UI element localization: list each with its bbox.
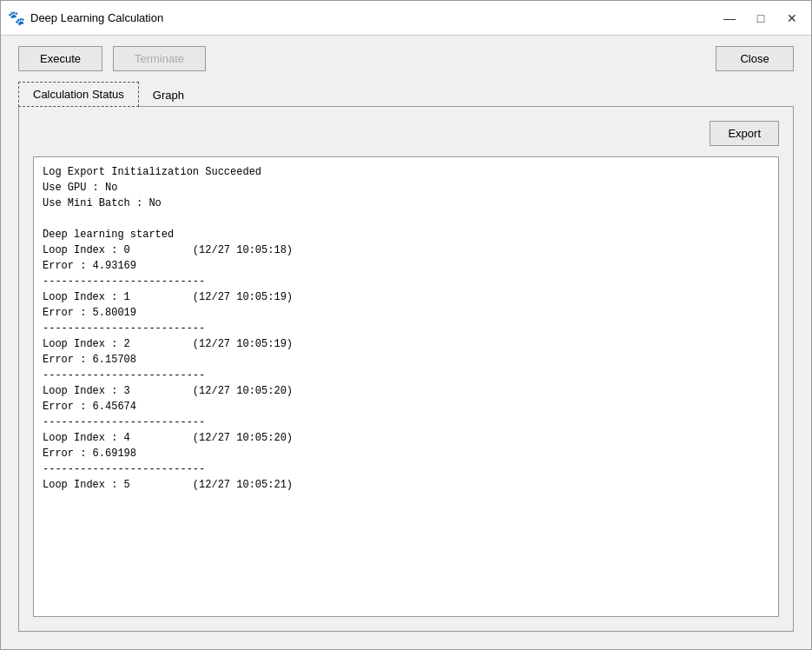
- export-button[interactable]: Export: [710, 121, 779, 146]
- execute-button[interactable]: Execute: [18, 46, 102, 71]
- tab-container: Calculation Status Graph Export Log Expo…: [18, 82, 794, 632]
- close-button[interactable]: Close: [716, 46, 794, 71]
- content-area: Calculation Status Graph Export Log Expo…: [1, 82, 811, 649]
- terminate-button[interactable]: Terminate: [113, 46, 206, 71]
- maximize-button[interactable]: □: [749, 6, 773, 30]
- title-bar: 🐾 Deep Learning Calculation — □ ✕: [1, 1, 811, 36]
- minimize-button[interactable]: —: [717, 6, 742, 30]
- tab-content: Export Log Export Initialization Succeed…: [18, 106, 794, 632]
- window-title: Deep Learning Calculation: [30, 11, 717, 24]
- log-output[interactable]: Log Export Initialization Succeeded Use …: [34, 157, 778, 616]
- export-bar: Export: [33, 121, 779, 146]
- window-close-button[interactable]: ✕: [780, 6, 804, 30]
- toolbar-left: Execute Terminate: [18, 46, 206, 71]
- app-icon: 🐾: [8, 10, 25, 27]
- main-window: 🐾 Deep Learning Calculation — □ ✕ Execut…: [0, 0, 812, 650]
- tab-bar: Calculation Status Graph: [18, 82, 794, 107]
- log-area: Log Export Initialization Succeeded Use …: [33, 156, 779, 617]
- tab-graph[interactable]: Graph: [139, 83, 198, 107]
- title-bar-controls: — □ ✕: [717, 6, 804, 30]
- tab-calculation-status[interactable]: Calculation Status: [18, 82, 139, 107]
- toolbar: Execute Terminate Close: [1, 36, 811, 82]
